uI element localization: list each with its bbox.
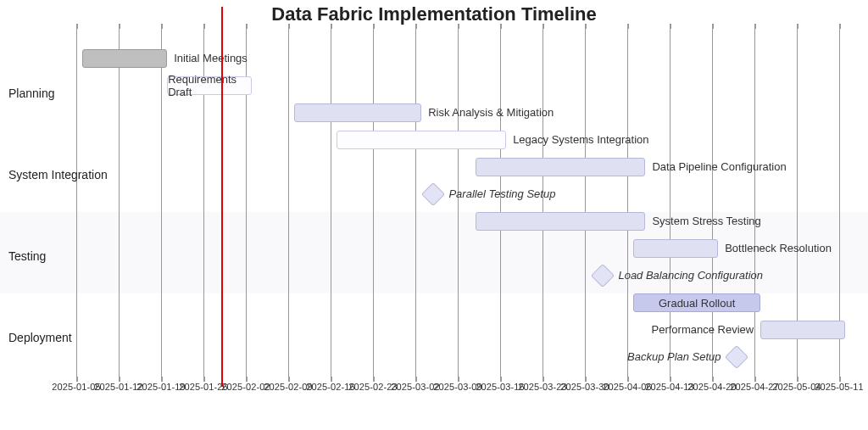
grid-line (76, 25, 77, 380)
task-label: Gradual Rollout (659, 297, 735, 310)
x-tick-label: 2025-02-02 (221, 382, 270, 392)
task-bar-data-pipeline (476, 158, 645, 176)
x-tick-label: 2025-03-16 (476, 382, 524, 392)
grid-line (373, 25, 374, 380)
task-label: Initial Meetings (174, 52, 248, 64)
task-bar-risk-analysis (294, 103, 421, 122)
x-tick-label: 2025-01-26 (179, 382, 227, 392)
grid-line (500, 25, 501, 380)
grid-line (458, 25, 459, 380)
milestone-parallel-testing (421, 182, 445, 206)
task-bar-perf-review (760, 321, 845, 339)
task-label: Data Pipeline Configuration (652, 160, 786, 173)
x-tick-label: 2025-02-16 (306, 382, 354, 392)
x-tick-label: 2025-04-27 (730, 382, 778, 392)
today-marker (221, 7, 223, 387)
grid-line (754, 25, 755, 380)
task-label: System Stress Testing (652, 215, 760, 227)
task-label: Load Balancing Configuration (618, 269, 763, 282)
x-tick-label: 2025-03-23 (518, 382, 566, 392)
x-tick-label: 2025-05-04 (772, 382, 821, 392)
section-label: Deployment (8, 331, 72, 344)
grid-line (288, 25, 289, 380)
x-tick-label: 2025-04-06 (603, 382, 651, 392)
x-tick-label: 2025-02-23 (348, 382, 397, 392)
x-tick-label: 2025-03-02 (391, 382, 439, 392)
grid-line (331, 25, 331, 380)
x-tick-label: 2025-03-30 (560, 382, 609, 392)
x-tick-label: 2025-04-13 (645, 382, 693, 392)
task-bar-initial-meetings (82, 49, 167, 68)
task-label: Risk Analysis & Mitigation (428, 106, 554, 119)
grid-line (585, 25, 586, 380)
milestone-backup-plan (724, 345, 748, 369)
grid-line (627, 25, 628, 380)
x-tick-label: 2025-03-09 (433, 382, 481, 392)
x-tick-label: 2025-01-12 (94, 382, 142, 392)
x-tick-label: 2025-01-19 (136, 382, 185, 392)
section-label: Testing (8, 249, 46, 263)
x-tick-label: 2025-05-11 (815, 382, 863, 392)
grid-line (119, 25, 120, 380)
gantt-chart: Data Fabric Implementation Timeline 2025… (0, 0, 868, 430)
section-label: Planning (8, 87, 55, 100)
plot-area: 2025-01-052025-01-122025-01-192025-01-26… (76, 32, 839, 388)
grid-line (415, 25, 416, 380)
x-tick-label: 2025-04-20 (687, 382, 736, 392)
section-label: System Integration (8, 168, 108, 181)
x-tick-label: 2025-01-05 (52, 382, 100, 392)
task-label: Requirements Draft (168, 73, 251, 98)
grid-line (542, 25, 543, 380)
task-label: Parallel Testing Setup (448, 187, 555, 200)
task-bar-stress-testing (476, 212, 645, 231)
task-bar-gradual-rollout: Gradual Rollout (633, 293, 760, 312)
chart-title: Data Fabric Implementation Timeline (0, 3, 868, 25)
task-label: Legacy Systems Integration (513, 133, 648, 146)
task-bar-legacy-integration (337, 131, 506, 149)
x-tick-label: 2025-02-09 (264, 382, 312, 392)
task-label: Performance Review (652, 323, 754, 336)
grid-line (161, 25, 162, 380)
task-bar-requirements-draft: Requirements Draft (167, 76, 252, 95)
task-label: Bottleneck Resolution (725, 242, 832, 254)
task-bar-bottleneck-res (633, 239, 718, 258)
task-label: Backup Plan Setup (627, 350, 721, 363)
